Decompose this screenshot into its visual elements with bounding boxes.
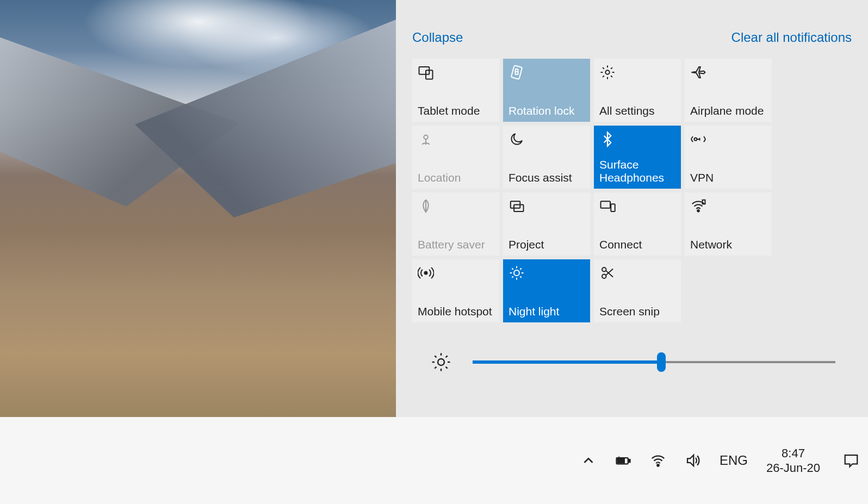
- quick-action-tiles: Tablet modeRotation lockAll settingsAirp…: [396, 59, 788, 322]
- rotation-lock-icon: [509, 64, 525, 80]
- slider-fill: [473, 360, 661, 364]
- tile-bluetooth[interactable]: Surface Headphones: [594, 126, 681, 189]
- project-icon: [509, 198, 525, 214]
- volume-tray-icon[interactable]: [685, 452, 701, 469]
- tile-label: VPN: [690, 171, 766, 184]
- tile-label: Network: [690, 238, 766, 251]
- action-center-panel: Collapse Clear all notifications Tablet …: [396, 0, 868, 417]
- action-center-header: Collapse Clear all notifications: [396, 0, 868, 59]
- airplane-icon: [690, 64, 706, 80]
- svg-point-12: [697, 210, 699, 212]
- svg-rect-10: [601, 201, 611, 208]
- tile-label: Project: [509, 238, 585, 251]
- svg-line-22: [512, 276, 513, 278]
- svg-marker-41: [687, 455, 693, 466]
- tile-rotation-lock[interactable]: Rotation lock: [503, 59, 590, 122]
- action-center-tray-button[interactable]: [842, 452, 860, 469]
- svg-rect-38: [629, 459, 630, 462]
- tile-label: Focus assist: [509, 171, 585, 184]
- tile-vpn[interactable]: VPN: [685, 126, 772, 189]
- tile-screen-snip[interactable]: Screen snip: [594, 259, 681, 322]
- tile-battery-saver: Battery saver: [412, 192, 499, 256]
- tile-mobile-hotspot[interactable]: Mobile hotspot: [412, 259, 499, 322]
- brightness-icon: [431, 352, 451, 372]
- tile-all-settings[interactable]: All settings: [594, 59, 681, 122]
- battery-charging-icon[interactable]: [615, 452, 631, 469]
- tablet-mode-icon: [418, 64, 434, 80]
- leaf-icon: [418, 198, 434, 214]
- svg-point-40: [657, 464, 659, 466]
- svg-point-15: [514, 270, 519, 276]
- clock-time: 8:47: [766, 446, 820, 461]
- collapse-button[interactable]: Collapse: [412, 30, 463, 45]
- tray-overflow-icon[interactable]: [580, 452, 597, 469]
- svg-rect-3: [516, 72, 518, 74]
- svg-point-5: [424, 135, 428, 140]
- wifi-icon: [690, 198, 706, 214]
- svg-line-36: [446, 356, 448, 357]
- tile-connect[interactable]: Connect: [594, 192, 681, 256]
- svg-line-34: [446, 367, 448, 369]
- hotspot-icon: [418, 265, 434, 281]
- connect-icon: [599, 198, 616, 214]
- brightness-slider[interactable]: [473, 352, 835, 372]
- brightness-control: [396, 322, 868, 372]
- tile-label: Night light: [509, 305, 585, 318]
- tile-label: Screen snip: [599, 305, 675, 318]
- tile-project[interactable]: Project: [503, 192, 590, 256]
- tile-airplane-mode[interactable]: Airplane mode: [685, 59, 772, 122]
- tile-label: Location: [418, 171, 494, 184]
- location-icon: [418, 131, 434, 147]
- svg-line-33: [435, 356, 436, 357]
- language-indicator[interactable]: ENG: [720, 453, 748, 468]
- tile-label: Surface Headphones: [599, 158, 675, 184]
- svg-line-23: [520, 268, 522, 270]
- tile-tablet-mode[interactable]: Tablet mode: [412, 59, 499, 122]
- tile-label: Tablet mode: [418, 104, 494, 117]
- tile-night-light[interactable]: Night light: [503, 259, 590, 322]
- tile-label: Airplane mode: [690, 104, 766, 117]
- svg-rect-2: [511, 65, 522, 79]
- slider-thumb[interactable]: [657, 352, 666, 372]
- tile-label: Mobile hotspot: [418, 305, 494, 318]
- clock-date: 26-Jun-20: [766, 461, 820, 476]
- moon-icon: [509, 131, 525, 147]
- svg-point-6: [695, 138, 697, 141]
- svg-line-21: [520, 276, 522, 278]
- taskbar: ENG 8:47 26-Jun-20: [0, 417, 868, 504]
- tile-label: Connect: [599, 238, 675, 251]
- clear-notifications-button[interactable]: Clear all notifications: [731, 30, 852, 45]
- scissors-icon: [599, 265, 616, 281]
- svg-point-28: [438, 359, 444, 365]
- gear-icon: [599, 64, 616, 80]
- svg-rect-11: [611, 204, 615, 211]
- tile-label: Battery saver: [418, 238, 494, 251]
- tile-network[interactable]: Network: [685, 192, 772, 256]
- bluetooth-icon: [599, 131, 616, 147]
- vpn-icon: [690, 131, 706, 147]
- svg-line-20: [512, 268, 513, 270]
- svg-point-4: [605, 70, 610, 74]
- tile-label: All settings: [599, 104, 675, 117]
- night-light-icon: [509, 265, 525, 281]
- system-clock[interactable]: 8:47 26-Jun-20: [766, 446, 820, 476]
- svg-line-35: [435, 367, 436, 369]
- tile-label: Rotation lock: [509, 104, 585, 117]
- svg-point-14: [425, 272, 427, 275]
- desktop-wallpaper: [0, 0, 396, 417]
- tile-focus-assist[interactable]: Focus assist: [503, 126, 590, 189]
- tile-location: Location: [412, 126, 499, 189]
- wifi-tray-icon[interactable]: [650, 452, 666, 469]
